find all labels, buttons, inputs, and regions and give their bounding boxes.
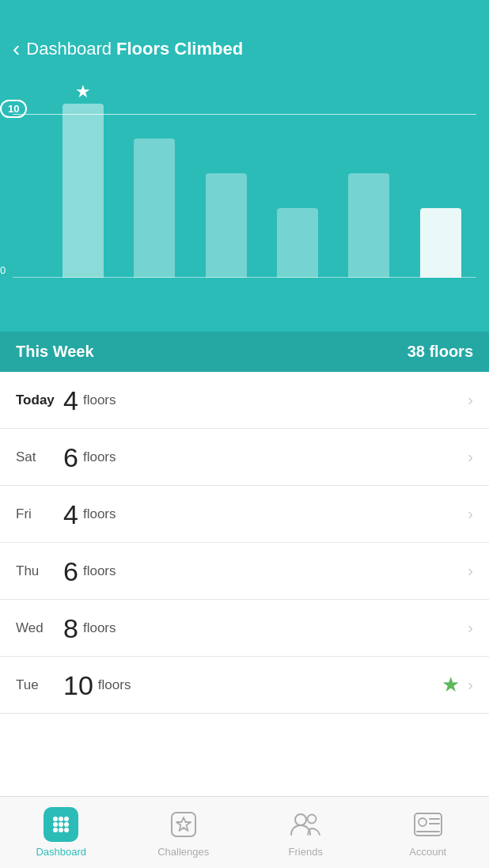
tab-challenges[interactable]: Challenges: [123, 807, 245, 858]
dashboard-icon: [44, 807, 78, 842]
svg-point-8: [64, 828, 69, 832]
zero-label: 0: [0, 264, 6, 276]
svg-point-2: [64, 817, 69, 821]
floors-unit: floors: [83, 506, 116, 522]
floors-unit: floors: [98, 677, 131, 693]
tab-friends[interactable]: Friends: [244, 807, 367, 858]
chevron-right-icon: ›: [468, 448, 473, 466]
floors-count: 6: [63, 558, 78, 585]
svg-point-6: [53, 828, 58, 832]
list-item-sat[interactable]: Sat6floors›: [0, 429, 489, 486]
bar-fri: [277, 208, 318, 278]
svg-point-5: [64, 822, 69, 827]
day-label: Sat: [16, 449, 63, 465]
challenges-icon: [166, 807, 201, 842]
svg-point-14: [419, 818, 426, 826]
chevron-right-icon: ›: [468, 562, 473, 580]
floors-count: 4: [63, 501, 78, 528]
friends-icon: [288, 807, 323, 842]
week-label: This Week: [16, 343, 94, 361]
page-header: ‹ Dashboard Floors Climbed: [0, 0, 489, 73]
back-button[interactable]: ‹: [13, 38, 20, 60]
bars-container: ★: [47, 88, 476, 278]
floors-count: 10: [63, 672, 93, 699]
svg-point-1: [59, 817, 63, 821]
floors-unit: floors: [83, 449, 116, 465]
svg-point-4: [59, 822, 63, 827]
chevron-right-icon: ›: [468, 505, 473, 523]
day-label: Tue: [16, 677, 63, 693]
bar-sun: [420, 208, 461, 278]
floors-unit: floors: [83, 563, 116, 579]
chart-section: ‹ Dashboard Floors Climbed 10 0 ★ This W…: [0, 0, 489, 372]
tab-challenges-label: Challenges: [157, 846, 209, 858]
svg-marker-10: [176, 817, 191, 831]
day-label: Today: [16, 392, 63, 408]
bar-thu: [206, 173, 247, 278]
svg-point-3: [53, 822, 58, 827]
list-item-wed[interactable]: Wed8floors›: [0, 600, 489, 657]
tab-bar: Dashboard Challenges F: [0, 796, 489, 868]
svg-point-12: [308, 815, 317, 824]
floors-unit: floors: [83, 620, 116, 636]
bar-sat: [348, 173, 389, 278]
floors-count: 4: [63, 387, 78, 414]
floors-count: 8: [63, 615, 78, 642]
tab-account-label: Account: [409, 846, 446, 858]
bar-goal-star: ★: [75, 81, 91, 102]
floors-count: 6: [63, 444, 78, 471]
tab-account[interactable]: Account: [367, 807, 490, 858]
bar-wed: [134, 138, 175, 278]
goal-label: 10: [0, 100, 27, 118]
chevron-right-icon: ›: [468, 391, 473, 409]
goal-star-icon: ★: [442, 673, 460, 697]
account-icon: [411, 807, 445, 842]
svg-point-11: [295, 814, 306, 825]
svg-rect-9: [172, 813, 195, 836]
header-title-bold: Floors Climbed: [116, 39, 243, 59]
chevron-right-icon: ›: [468, 676, 473, 694]
chevron-right-icon: ›: [468, 619, 473, 637]
list-item-tue[interactable]: Tue10floors★›: [0, 657, 489, 714]
daily-list: Today4floors›Sat6floors›Fri4floors›Thu6f…: [0, 372, 489, 714]
tab-dashboard-label: Dashboard: [36, 846, 86, 858]
header-title-light: Dashboard: [26, 39, 112, 59]
list-item-fri[interactable]: Fri4floors›: [0, 486, 489, 543]
tab-dashboard[interactable]: Dashboard: [0, 807, 123, 858]
week-summary: This Week 38 floors: [0, 332, 489, 372]
list-item-today[interactable]: Today4floors›: [0, 372, 489, 429]
list-item-thu[interactable]: Thu6floors›: [0, 543, 489, 600]
day-label: Thu: [16, 563, 63, 579]
day-label: Wed: [16, 620, 63, 636]
floors-unit: floors: [83, 392, 116, 408]
week-count: 38 floors: [408, 343, 473, 361]
svg-point-0: [53, 817, 58, 821]
svg-point-7: [59, 828, 63, 832]
tab-friends-label: Friends: [289, 846, 323, 858]
bar-chart: 10 0 ★: [0, 73, 489, 332]
bar-tue: ★: [63, 104, 104, 278]
day-label: Fri: [16, 506, 63, 522]
